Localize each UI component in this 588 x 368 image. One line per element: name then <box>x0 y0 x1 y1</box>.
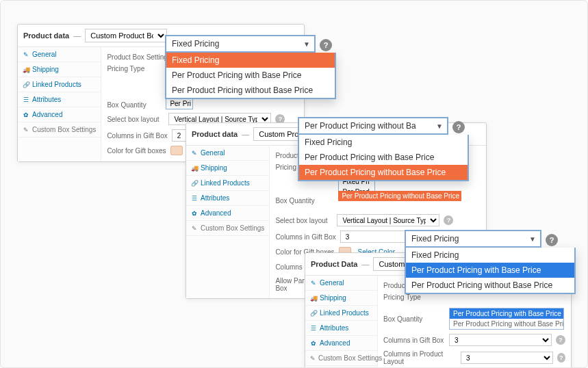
pencil-icon: ✎ <box>23 127 29 133</box>
help-icon[interactable]: ? <box>556 335 565 345</box>
box-settings-heading: Product Box Settings <box>107 53 170 61</box>
pricing-type-label: Pricing Type <box>107 65 164 73</box>
listbox-row: Per Product Pricing without Base Price <box>450 319 563 329</box>
nav-attributes[interactable]: ☰Attributes <box>18 92 101 107</box>
truck-icon: 🚚 <box>191 165 198 172</box>
pencil-icon: ✎ <box>310 355 316 362</box>
pricing-option-per-base[interactable]: Per Product Pricing with Base Price <box>166 68 335 83</box>
listbox-row: Per Product Pricing without Base Price <box>338 191 461 201</box>
pricing-option-fixed[interactable]: Fixed Pricing <box>299 135 468 150</box>
pricing-select-2[interactable]: Per Product Pricing without Ba ▼ ? <box>298 117 448 135</box>
gear-icon: ✿ <box>191 210 198 217</box>
nav-custom-box[interactable]: ✎Custom Box Settings <box>18 122 101 137</box>
stage: Product data — Custom Product Box ✎Gener… <box>0 0 588 368</box>
separator: — <box>73 31 81 40</box>
highlighted-option-strip: Per Product Pricing without Base Price <box>338 191 461 201</box>
color-boxes-label: Color for Gift boxes <box>107 147 166 155</box>
separator: — <box>242 130 249 138</box>
link-icon: 🔗 <box>191 180 198 187</box>
color-swatch <box>170 146 183 155</box>
gear-icon: ✿ <box>23 111 29 118</box>
panel-2-nav: ✎General 🚚Shipping 🔗Linked Products ☰Att… <box>186 146 270 298</box>
box-quantity-label: Box Quantity <box>383 315 445 323</box>
gear-icon: ✿ <box>310 340 317 347</box>
wrench-icon: ✎ <box>191 150 198 157</box>
box-quantity-label: Box Quantity <box>275 197 333 205</box>
separator: — <box>361 260 369 268</box>
pricing-option-per-nobase[interactable]: Per Product Pricing without Base Price <box>299 165 468 180</box>
help-icon[interactable]: ? <box>557 353 565 363</box>
pricing-select-value: Per Product Pricing without Ba <box>305 121 416 131</box>
pricing-option-per-base[interactable]: Per Product Pricing with Base Price <box>299 150 468 165</box>
list-icon: ☰ <box>23 96 29 103</box>
link-icon: 🔗 <box>23 81 29 88</box>
nav-advanced[interactable]: ✿Advanced <box>305 336 377 351</box>
columns-gift-label: Columns in Gift Box <box>107 132 167 140</box>
select-layout-label: Select box layout <box>107 116 164 123</box>
listbox-row: Per Pri <box>166 98 192 109</box>
nav-custom-box[interactable]: ✎Custom Box Settings <box>305 351 377 366</box>
nav-general[interactable]: ✎General <box>18 47 101 62</box>
columns-gift-label: Columns in Gift Box <box>383 337 445 344</box>
nav-attributes[interactable]: ☰Attributes <box>186 191 269 206</box>
chevron-down-icon: ▼ <box>303 40 310 48</box>
columns-gift-label: Columns in Gift Box <box>275 233 335 241</box>
panel-3-nav: ✎General 🚚Shipping 🔗Linked Products ☰Att… <box>305 276 378 368</box>
pricing-mini-listbox-blue: Per Product Pricing with Base Price Per … <box>449 308 564 330</box>
product-data-label: Product data <box>192 130 238 138</box>
listbox-row: Per Product Pricing with Base Price <box>450 308 563 319</box>
nav-general[interactable]: ✎General <box>305 276 377 291</box>
pricing-dropdown-3: Fixed Pricing ▼ ? Fixed Pricing Per Prod… <box>405 230 576 294</box>
pricing-dropdown-list-2: Fixed Pricing Per Product Pricing with B… <box>298 135 469 181</box>
pricing-dropdown-list-1: Fixed Pricing Per Product Pricing with B… <box>165 53 336 99</box>
layout-select[interactable]: Vertical Layout | Source Type: F <box>337 214 439 226</box>
columns-gift-select[interactable]: 3 <box>449 334 552 346</box>
nav-linked[interactable]: 🔗Linked Products <box>18 77 101 92</box>
wrench-icon: ✎ <box>23 51 29 58</box>
pencil-icon: ✎ <box>191 225 198 232</box>
pricing-option-fixed[interactable]: Fixed Pricing <box>406 248 574 263</box>
select-layout-label: Select box layout <box>275 217 333 224</box>
nav-linked[interactable]: 🔗Linked Products <box>305 306 377 321</box>
help-icon[interactable]: ? <box>444 215 453 225</box>
nav-shipping[interactable]: 🚚Shipping <box>305 291 377 306</box>
help-icon[interactable]: ? <box>452 121 465 133</box>
list-icon: ☰ <box>310 325 317 332</box>
product-data-label: Product Data <box>311 260 357 268</box>
product-type-select[interactable]: Custom Product Box <box>85 29 167 42</box>
pricing-type-label: Pricing Type <box>383 293 445 301</box>
pricing-dropdown-list-3: Fixed Pricing Per Product Pricing with B… <box>405 248 576 294</box>
pricing-select-value: Fixed Pricing <box>411 234 459 244</box>
nav-linked[interactable]: 🔗Linked Products <box>186 176 269 191</box>
pricing-option-per-nobase[interactable]: Per Product Pricing without Base Price <box>406 278 574 293</box>
pricing-option-fixed[interactable]: Fixed Pricing <box>166 53 335 68</box>
pricing-select-3[interactable]: Fixed Pricing ▼ ? <box>405 230 541 248</box>
wrench-icon: ✎ <box>310 280 317 287</box>
nav-advanced[interactable]: ✿Advanced <box>186 206 269 221</box>
nav-general[interactable]: ✎General <box>186 146 269 161</box>
nav-attributes[interactable]: ☰Attributes <box>305 321 377 336</box>
box-quantity-label: Box Quantity <box>107 101 164 109</box>
truck-icon: 🚚 <box>23 66 29 73</box>
columns-product-label: Columns in Product Layout <box>383 350 457 365</box>
pricing-select-value: Fixed Pricing <box>172 39 219 49</box>
help-icon[interactable]: ? <box>320 39 332 51</box>
pricing-select-1[interactable]: Fixed Pricing ▼ ? <box>165 35 316 53</box>
nav-shipping[interactable]: 🚚Shipping <box>18 62 101 77</box>
truck-icon: 🚚 <box>310 295 317 302</box>
list-icon: ☰ <box>191 195 198 202</box>
nav-advanced[interactable]: ✿Advanced <box>18 107 101 122</box>
chevron-down-icon: ▼ <box>436 122 443 130</box>
columns-product-select[interactable]: 3 <box>461 352 553 364</box>
pricing-dropdown-1: Fixed Pricing ▼ ? Fixed Pricing Per Prod… <box>165 35 336 99</box>
product-data-label: Product data <box>23 31 69 40</box>
help-icon[interactable]: ? <box>546 234 558 246</box>
panel-1-nav: ✎General 🚚Shipping 🔗Linked Products ☰Att… <box>18 47 101 161</box>
pricing-option-per-base[interactable]: Per Product Pricing with Base Price <box>406 263 574 278</box>
nav-shipping[interactable]: 🚚Shipping <box>186 161 269 176</box>
pricing-dropdown-2: Per Product Pricing without Ba ▼ ? Fixed… <box>298 117 469 181</box>
nav-custom-box[interactable]: ✎Custom Box Settings <box>186 221 269 236</box>
pricing-option-per-nobase[interactable]: Per Product Pricing without Base Price <box>166 83 335 98</box>
chevron-down-icon: ▼ <box>529 235 536 243</box>
link-icon: 🔗 <box>310 310 317 317</box>
